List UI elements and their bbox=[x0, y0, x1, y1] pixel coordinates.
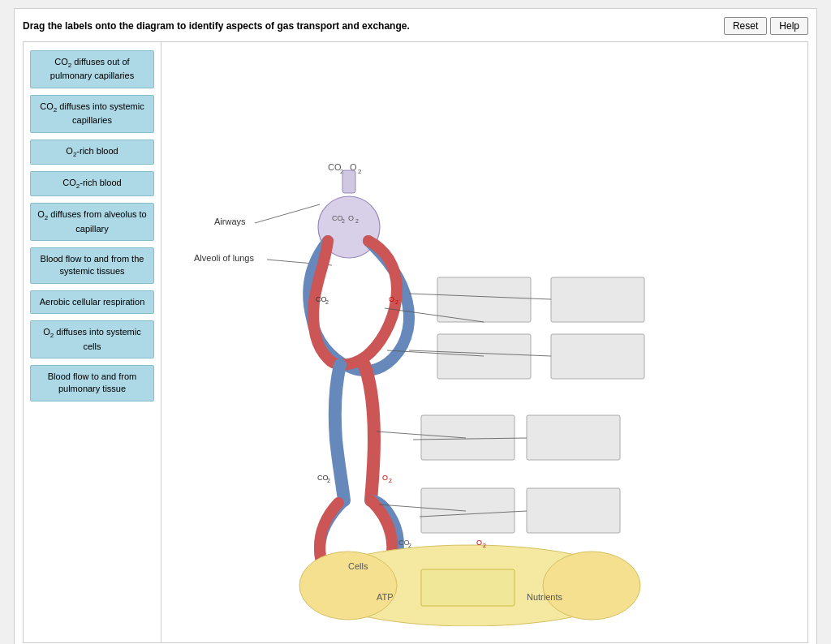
diagram-svg: Airways Alveoli of lungs CO 2 O 2 CO 2 O bbox=[170, 50, 807, 626]
svg-rect-29 bbox=[551, 277, 644, 322]
svg-text:O: O bbox=[476, 539, 482, 547]
svg-rect-28 bbox=[437, 277, 531, 322]
svg-text:2: 2 bbox=[355, 218, 359, 224]
svg-text:2: 2 bbox=[327, 478, 330, 483]
svg-text:2: 2 bbox=[483, 543, 486, 548]
svg-rect-27 bbox=[421, 569, 515, 606]
label-co2-rich-blood[interactable]: CO2-rich blood bbox=[30, 171, 154, 196]
svg-point-22 bbox=[543, 552, 640, 620]
svg-text:2: 2 bbox=[389, 478, 392, 483]
label-blood-flow-pulmonary[interactable]: Blood flow to and from pulmonary tissue bbox=[30, 365, 154, 401]
svg-rect-30 bbox=[437, 334, 531, 379]
label-o2-diffuses-alveolus[interactable]: O2 diffuses from alveolus to capillary bbox=[30, 203, 154, 241]
svg-rect-33 bbox=[527, 415, 620, 460]
svg-rect-31 bbox=[551, 334, 644, 379]
label-co2-systemic-cap[interactable]: CO2 diffuses into systemic capillaries bbox=[30, 95, 154, 133]
label-blood-flow-systemic[interactable]: Blood flow to and from the systemic tiss… bbox=[30, 247, 154, 284]
airways-text: Airways bbox=[214, 217, 246, 226]
instruction-bar: Drag the labels onto the diagram to iden… bbox=[23, 17, 808, 35]
top-buttons: Reset Help bbox=[724, 17, 808, 35]
reset-button[interactable]: Reset bbox=[724, 17, 767, 35]
svg-text:2: 2 bbox=[395, 299, 398, 305]
labels-panel: CO2 diffuses out of pulmonary capillarie… bbox=[24, 42, 161, 642]
label-o2-rich-blood[interactable]: O2-rich blood bbox=[30, 140, 154, 165]
svg-rect-32 bbox=[421, 415, 515, 460]
svg-text:O: O bbox=[382, 474, 388, 482]
label-o2-systemic-cells[interactable]: O2 diffuses into systemic cells bbox=[30, 320, 154, 358]
nutrients-label-text: Nutrients bbox=[527, 592, 563, 602]
label-co2-pulmonary-cap[interactable]: CO2 diffuses out of pulmonary capillarie… bbox=[30, 50, 154, 88]
instruction-text: Drag the labels onto the diagram to iden… bbox=[23, 20, 410, 32]
svg-text:2: 2 bbox=[325, 299, 329, 305]
svg-rect-6 bbox=[342, 170, 355, 193]
svg-rect-35 bbox=[527, 488, 620, 533]
svg-text:O: O bbox=[348, 214, 354, 222]
outer-container: Drag the labels onto the diagram to iden… bbox=[14, 8, 817, 644]
alveoli-text: Alveoli of lungs bbox=[194, 253, 254, 263]
svg-text:2: 2 bbox=[342, 218, 345, 224]
label-aerobic-respiration[interactable]: Aerobic cellular respiration bbox=[30, 290, 154, 314]
cells-label-text: Cells bbox=[348, 561, 368, 571]
svg-rect-34 bbox=[421, 488, 515, 533]
atp-label-text: ATP bbox=[377, 592, 394, 602]
help-button[interactable]: Help bbox=[770, 17, 808, 35]
svg-text:O: O bbox=[389, 295, 394, 303]
svg-line-0 bbox=[255, 204, 320, 223]
svg-text:2: 2 bbox=[358, 168, 362, 175]
diagram-area: Airways Alveoli of lungs CO 2 O 2 CO 2 O bbox=[161, 42, 807, 642]
content-area: CO2 diffuses out of pulmonary capillarie… bbox=[23, 41, 808, 643]
svg-text:2: 2 bbox=[408, 543, 411, 548]
